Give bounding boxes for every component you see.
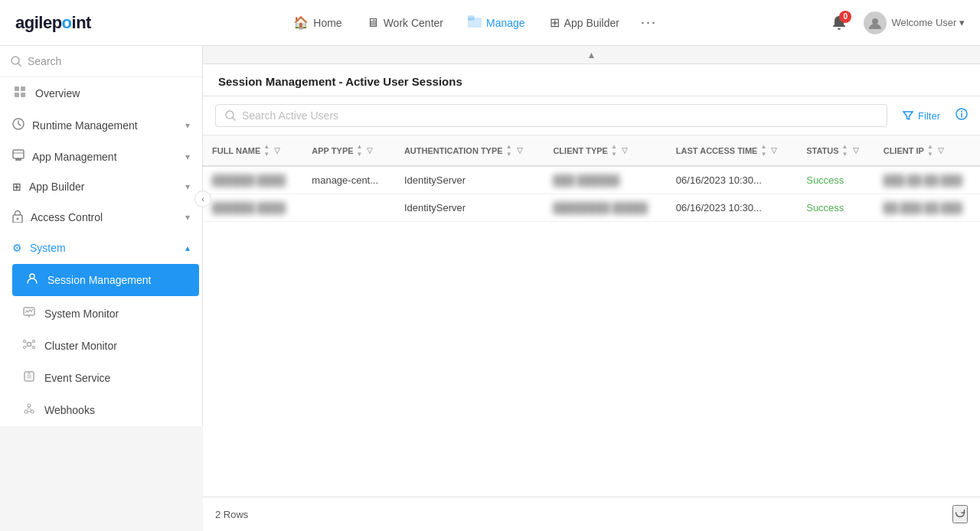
user-menu-button[interactable]: Welcome User ▾ [864,11,965,34]
folder-icon [468,15,482,31]
sort-app-type-icon: ▲▼ [357,143,363,158]
webhooks-label: Webhooks [44,404,95,416]
filter-status-icon: ▽ [853,146,859,155]
col-client-type[interactable]: CLIENT TYPE ▲▼ ▽ [544,135,666,166]
svg-point-33 [28,404,31,407]
svg-line-34 [27,407,29,410]
sidebar-collapse-button[interactable]: ‹ [194,191,211,207]
filter-last-access-icon: ▽ [771,146,777,155]
sort-full-name-icon: ▲▼ [263,143,270,158]
collapse-top-button[interactable]: ▲ [203,46,980,64]
sidebar-item-session-management[interactable]: Session Management [12,264,199,296]
cell-1-2: IdentityServer [395,194,544,222]
sidebar-item-system-monitor[interactable]: System Monitor [9,298,202,330]
cell-1-1 [302,194,395,222]
cell-0-6: ███.██.██.███ [874,166,980,194]
user-avatar [864,11,887,34]
rows-count: 2 Rows [215,509,248,520]
sidebar-item-event-service[interactable]: Event Service [9,362,202,394]
table-footer: 2 Rows [203,497,980,531]
sidebar-item-webhooks[interactable]: Webhooks [9,394,202,426]
info-button[interactable] [956,108,968,123]
cell-0-1: manage-cent... [302,166,395,194]
event-service-label: Event Service [44,372,110,384]
svg-point-23 [33,347,35,349]
cell-1-3: ████████ █████ [544,194,666,222]
filter-button[interactable]: Filter [895,106,948,126]
sort-client-type-icon: ▲▼ [611,143,617,158]
sidebar-appbuilder-label: App Builder [29,181,84,193]
nav-links: 🏠 Home 🖥 Work Center Manage ⊞ App Builde… [122,8,825,37]
sidebar-appmanage-label: App Management [32,151,117,163]
nav-more-button[interactable]: ··· [633,8,665,37]
cell-0-2: IdentityServer [395,166,544,194]
svg-point-41 [961,111,962,112]
system-submenu: Session Management System Monitor Cluste… [0,262,202,426]
session-management-label: Session Management [47,274,151,286]
sidebar-search[interactable]: Search [0,46,202,77]
notification-button[interactable]: 0 [825,9,853,37]
svg-line-4 [18,64,21,66]
svg-point-32 [31,410,34,413]
nav-app-builder-label: App Builder [564,17,619,29]
sidebar-search-label: Search [28,55,61,67]
svg-rect-5 [15,86,19,91]
svg-rect-1 [468,16,474,20]
sidebar-item-app-builder[interactable]: ⊞ App Builder ▾ [0,172,202,201]
table-toolbar: Search Active Users Filter [203,96,980,135]
cluster-icon [21,338,37,353]
appbuilder-left: ⊞ App Builder [12,181,84,193]
sidebar-item-overview[interactable]: Overview [0,77,202,109]
sidebar-item-app-management[interactable]: App Management ▾ [0,141,202,172]
table-header-row: FULL NAME ▲▼ ▽ APP TYPE ▲▼ ▽ [203,135,980,166]
monitor-icon: 🖥 [367,16,379,30]
col-status[interactable]: STATUS ▲▼ ▽ [797,135,874,166]
logo: agilepoint [15,13,91,33]
appmanage-chevron-icon: ▾ [185,151,190,162]
sidebar-overview-label: Overview [35,87,80,99]
svg-rect-12 [15,158,21,161]
cell-1-6: ██.███.██.███ [874,194,980,222]
logo-dot: o [62,13,72,32]
svg-rect-6 [21,86,25,91]
col-app-type[interactable]: APP TYPE ▲▼ ▽ [302,135,395,166]
webhooks-icon [21,402,37,418]
session-icon [24,272,40,288]
filter-full-name-icon: ▽ [274,146,280,155]
svg-line-25 [31,342,33,344]
sort-auth-type-icon: ▲▼ [506,143,512,158]
nav-app-builder[interactable]: ⊞ App Builder [539,9,630,36]
cell-1-5: Success [797,194,874,222]
appmanage-left: App Management [12,149,117,164]
col-client-ip[interactable]: CLIENT IP ▲▼ ▽ [874,135,980,166]
nav-work-center[interactable]: 🖥 Work Center [356,10,454,36]
col-auth-type[interactable]: AUTHENTICATION TYPE ▲▼ ▽ [395,135,544,166]
table-row: ██████ ████IdentityServer████████ █████0… [203,194,980,222]
sessions-table-container: FULL NAME ▲▼ ▽ APP TYPE ▲▼ ▽ [203,135,980,497]
sidebar-access-label: Access Control [31,211,103,223]
nav-manage[interactable]: Manage [457,9,536,37]
svg-point-2 [872,18,878,24]
sidebar-item-cluster-monitor[interactable]: Cluster Monitor [9,330,202,362]
grid-icon: ⊞ [550,15,560,30]
refresh-button[interactable] [952,505,968,523]
cell-0-4: 06/16/2023 10:30... [667,166,797,194]
appbuilder-icon: ⊞ [12,181,21,193]
svg-rect-8 [21,93,25,97]
sidebar-item-access-control[interactable]: Access Control ▾ [0,201,202,233]
search-active-users[interactable]: Search Active Users [215,104,887,127]
col-full-name[interactable]: FULL NAME ▲▼ ▽ [203,135,302,166]
filter-auth-type-icon: ▽ [517,146,523,155]
table-body: ██████ ████manage-cent...IdentityServer█… [203,166,980,222]
nav-home[interactable]: 🏠 Home [283,9,352,36]
svg-rect-10 [13,150,24,158]
page-title: Session Management - Active User Session… [218,75,462,88]
col-last-access[interactable]: LAST ACCESS TIME ▲▼ ▽ [667,135,797,166]
sidebar-item-system[interactable]: ⚙ System ▴ [0,233,202,262]
svg-line-35 [29,407,31,410]
sidebar-wrapper: Search Overview Runtime Management ▾ [0,46,203,531]
filter-client-type-icon: ▽ [622,146,628,155]
sessions-table: FULL NAME ▲▼ ▽ APP TYPE ▲▼ ▽ [203,135,980,222]
svg-point-14 [17,218,19,220]
sidebar-item-runtime-management[interactable]: Runtime Management ▾ [0,109,202,141]
